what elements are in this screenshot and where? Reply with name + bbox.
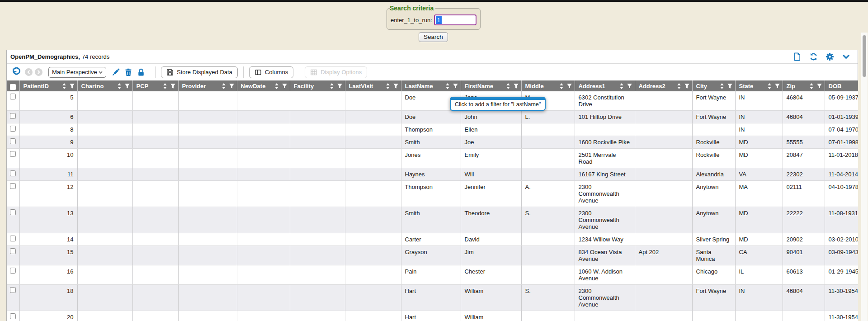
column-header-dob[interactable]: DOB xyxy=(825,80,858,91)
column-header-city[interactable]: City xyxy=(692,80,735,91)
row-checkbox[interactable] xyxy=(10,268,16,274)
filter-icon[interactable] xyxy=(684,84,689,89)
filter-icon[interactable] xyxy=(817,84,822,89)
next-perspective-button[interactable] xyxy=(35,68,42,76)
display-options-button[interactable]: Display Options xyxy=(305,66,367,78)
filter-icon[interactable] xyxy=(337,84,342,89)
table-row[interactable]: 10JonesEmily2501 Merrvale RoadRockvilleM… xyxy=(7,149,858,168)
select-all-checkbox[interactable] xyxy=(10,84,16,90)
cell-firstname: Ellen xyxy=(461,123,521,136)
chevron-down-icon[interactable] xyxy=(842,52,850,61)
table-row[interactable]: 14CarterDavid1234 Willow WaySilver Sprin… xyxy=(7,233,858,246)
filter-icon[interactable] xyxy=(125,84,130,89)
new-document-icon[interactable] xyxy=(793,52,802,61)
sort-icon[interactable] xyxy=(222,83,226,89)
sort-icon[interactable] xyxy=(559,83,564,89)
trash-icon[interactable] xyxy=(124,68,132,76)
sort-icon[interactable] xyxy=(677,83,681,89)
sort-icon[interactable] xyxy=(62,83,66,89)
column-header-state[interactable]: State xyxy=(735,80,783,91)
row-checkbox[interactable] xyxy=(10,113,16,119)
row-checkbox[interactable] xyxy=(10,236,16,241)
row-checkbox[interactable] xyxy=(10,94,16,99)
row-checkbox[interactable] xyxy=(10,126,16,132)
table-row[interactable]: 9SmithJoe1600 Rockville PikeRockvilleMD5… xyxy=(7,136,858,149)
column-header-address2[interactable]: Address2 xyxy=(635,80,692,91)
prev-perspective-button[interactable] xyxy=(25,68,33,76)
undo-icon[interactable] xyxy=(11,67,21,77)
cell-chartno xyxy=(77,168,132,181)
filter-icon[interactable] xyxy=(453,84,458,89)
column-header-chartno[interactable]: Chartno xyxy=(77,80,132,91)
cell-city: Anytown xyxy=(692,181,735,207)
table-row[interactable]: 16PainChester1060 W. Addison AvenueChica… xyxy=(7,265,858,285)
filter-icon[interactable] xyxy=(627,84,632,89)
sort-icon[interactable] xyxy=(619,83,624,89)
table-row[interactable]: 6DoeJohnL.101 Hilltop DriveFort WayneIN4… xyxy=(7,111,858,123)
filter-icon[interactable] xyxy=(70,84,75,89)
columns-button[interactable]: Columns xyxy=(249,66,293,78)
filter-icon[interactable] xyxy=(514,84,519,89)
gear-icon[interactable] xyxy=(826,52,834,61)
row-checkbox[interactable] xyxy=(10,151,16,157)
sort-icon[interactable] xyxy=(330,83,334,89)
column-header-zip[interactable]: Zip xyxy=(783,80,825,91)
column-header-lastvisit[interactable]: LastVisit xyxy=(345,80,401,91)
cell-address2 xyxy=(635,265,692,285)
column-header-address1[interactable]: Address1 xyxy=(575,80,635,91)
row-checkbox[interactable] xyxy=(10,138,16,144)
table-row[interactable]: 8ThompsonEllenIN07-04-1970 xyxy=(7,123,858,136)
sort-icon[interactable] xyxy=(767,83,772,89)
search-button[interactable]: Search xyxy=(419,32,448,42)
row-checkbox[interactable] xyxy=(10,248,16,254)
table-row[interactable]: 15GraysonJim834 Ocean Vista AvenueApt 20… xyxy=(7,246,858,265)
cell-lastvisit xyxy=(345,246,401,265)
cell-middle: S. xyxy=(521,207,575,233)
table-row[interactable]: 5DoeJaneM.6302 Constitution DriveFort Wa… xyxy=(7,91,858,111)
scrollbar-thumb[interactable] xyxy=(863,35,866,77)
row-checkbox[interactable] xyxy=(10,313,16,319)
row-checkbox[interactable] xyxy=(10,183,16,189)
column-header-newdate[interactable]: NewDate xyxy=(237,80,290,91)
table-row[interactable]: 18HartWilliamS.2300 Commonwealth AvenueF… xyxy=(7,285,858,311)
pencil-icon[interactable] xyxy=(112,68,120,76)
sort-icon[interactable] xyxy=(274,83,279,89)
refresh-icon[interactable] xyxy=(809,52,818,61)
filter-icon[interactable] xyxy=(727,84,732,89)
row-checkbox[interactable] xyxy=(10,170,16,176)
row-checkbox[interactable] xyxy=(10,209,16,215)
column-header-facility[interactable]: Facility xyxy=(290,80,345,91)
column-header-firstname[interactable]: FirstName xyxy=(461,80,521,91)
sort-icon[interactable] xyxy=(117,83,122,89)
sort-icon[interactable] xyxy=(506,83,510,89)
sort-icon[interactable] xyxy=(445,83,450,89)
filter-icon[interactable] xyxy=(170,84,175,89)
filter-icon[interactable] xyxy=(567,84,572,89)
filter-icon[interactable] xyxy=(775,84,780,89)
table-row[interactable]: 13SmithTheodoreS.2300 Commonwealth Avenu… xyxy=(7,207,858,233)
perspective-select[interactable]: Main Perspective xyxy=(48,67,106,78)
filter-icon[interactable] xyxy=(393,84,398,89)
cell-chartno xyxy=(77,311,132,321)
lock-icon[interactable] xyxy=(137,68,145,76)
store-displayed-data-button[interactable]: Store Displayed Data xyxy=(161,66,238,78)
row-checkbox[interactable] xyxy=(10,287,16,293)
filter-icon[interactable] xyxy=(282,84,287,89)
column-header-provider[interactable]: Provider xyxy=(178,80,237,91)
cell-dob: 01-01-1939 xyxy=(825,111,858,123)
filter-icon[interactable] xyxy=(229,84,234,89)
column-header-middle[interactable]: Middle xyxy=(521,80,575,91)
sort-icon[interactable] xyxy=(386,83,390,89)
table-row[interactable]: 12ThompsonJenniferA.2300 Commonwealth Av… xyxy=(7,181,858,207)
table-row[interactable]: 11HaynesWill16167 King StreetAlexandriaV… xyxy=(7,168,858,181)
column-header-patientid[interactable]: PatientID xyxy=(19,80,77,91)
sort-icon[interactable] xyxy=(163,83,167,89)
sort-icon[interactable] xyxy=(720,83,724,89)
column-header-lastname[interactable]: LastName xyxy=(401,80,461,91)
cell-provider xyxy=(178,149,237,168)
sort-icon[interactable] xyxy=(809,83,814,89)
vertical-scrollbar[interactable] xyxy=(861,33,868,321)
column-header-pcp[interactable]: PCP xyxy=(132,80,178,91)
run-input[interactable]: 1 xyxy=(434,14,476,25)
table-row[interactable]: 20HartWilliam11-30-1954 xyxy=(7,311,858,321)
